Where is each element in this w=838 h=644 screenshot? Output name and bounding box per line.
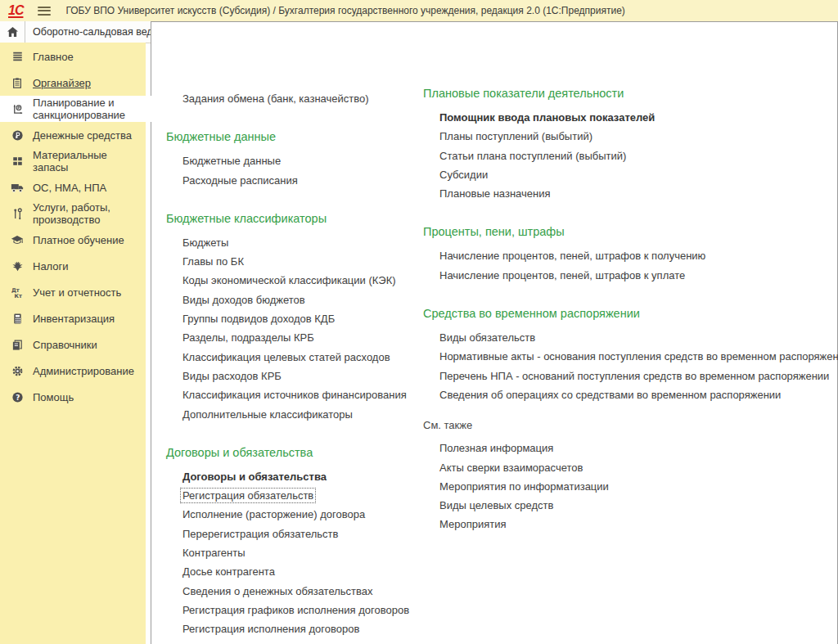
menu-item[interactable]: Виды расходов КРБ: [166, 367, 412, 385]
menu-column-right: Плановые показатели деятельностиПомощник…: [423, 22, 832, 534]
svg-text:?: ?: [16, 393, 20, 401]
sidebar-item-inventory[interactable]: Инвентаризация: [0, 305, 146, 331]
section-title: Плановые показатели деятельности: [423, 84, 832, 103]
sidebar-item-label: Платное обучение: [33, 234, 124, 246]
menu-section: Бюджетные классификаторыБюджетыГлавы по …: [166, 209, 412, 424]
sidebar-item-label: Материальные запасы: [33, 149, 141, 173]
planning-axes-icon: [10, 102, 25, 115]
menu-item[interactable]: Начисление процентов, пеней, штрафов к у…: [423, 266, 832, 285]
menu-item[interactable]: Договоры и обязательства: [166, 467, 412, 486]
menu-item[interactable]: Разделы, подразделы КРБ: [166, 328, 412, 347]
menu-item[interactable]: Виды обязательств: [423, 328, 832, 347]
menu-item[interactable]: Начисление процентов, пеней, штрафов к п…: [423, 246, 832, 265]
sidebar-item-services[interactable]: Услуги, работы, производство: [0, 200, 146, 227]
menu-section: См. такжеПолезная информацияАкты сверки …: [423, 416, 832, 534]
menu-section: Бюджетные данныеБюджетные данныеРасходны…: [166, 128, 412, 190]
sidebar-item-label: Инвентаризация: [33, 313, 115, 325]
sidebar-item-organizer[interactable]: Органайзер: [0, 70, 146, 96]
sidebar-item-os-nma-npa[interactable]: ОС, НМА, НПА: [0, 174, 146, 200]
sidebar-item-label: Помощь: [33, 391, 74, 403]
menu-item[interactable]: Коды экономической классификации (КЭК): [166, 271, 412, 290]
menu-item[interactable]: Полезная информация: [423, 439, 832, 457]
menu-item[interactable]: Сведения об операциях со средствами во в…: [423, 385, 832, 404]
tab-oborotno-saldovaya[interactable]: Оборотно-сальдовая вед: [25, 21, 153, 43]
menu-item[interactable]: Виды доходов бюджетов: [166, 290, 412, 309]
section-title: Средства во временном распоряжении: [423, 304, 832, 323]
menu-item[interactable]: Досье контрагента: [166, 562, 412, 581]
focused-menu-item[interactable]: Регистрация обязательств: [181, 489, 315, 502]
menu-item[interactable]: Исполнение (расторжение) договора: [166, 505, 412, 524]
menu-item[interactable]: Субсидии: [423, 165, 832, 184]
sidebar-item-help[interactable]: ?Помощь: [0, 384, 146, 410]
menu-item[interactable]: Расходные расписания: [166, 171, 412, 190]
sidebar-item-label: Услуги, работы, производство: [33, 201, 141, 226]
menu-item[interactable]: Планы поступлений (выбытий): [423, 127, 832, 146]
tools-icon: [10, 207, 25, 220]
menu-item[interactable]: Дополнительные классификаторы: [166, 405, 412, 424]
menu-section: Плановые показатели деятельностиПомощник…: [423, 84, 832, 203]
sidebar-item-label: ОС, НМА, НПА: [33, 182, 106, 194]
main-menu-hamburger-icon[interactable]: [38, 7, 51, 16]
menu-section: Договоры и обязательстваДоговоры и обяза…: [166, 444, 412, 639]
menu-item[interactable]: Регистрация обязательств: [166, 486, 412, 505]
books-icon: [10, 338, 25, 351]
sidebar-item-accounting[interactable]: ДтКтУчет и отчетность: [0, 279, 146, 305]
sidebar-item-label: Планирование и санкционирование: [33, 97, 162, 121]
window-title: ГОБУ ВПО Университет искусств (Субсидия)…: [65, 5, 624, 16]
menu-item[interactable]: Классификация целевых статей расходов: [166, 348, 412, 367]
menu-item[interactable]: Сведения о денежных обязательствах: [166, 582, 412, 601]
sidebar-item-label: Администрирование: [33, 365, 134, 377]
calculator-icon: [10, 312, 25, 325]
menu-item[interactable]: Группы подвидов доходов КДБ: [166, 309, 412, 328]
menu-item[interactable]: Нормативные акты - основания поступления…: [423, 347, 832, 366]
menu-item[interactable]: Статьи плана поступлений (выбытий): [423, 146, 832, 165]
dt-kt-icon: ДтКт: [10, 286, 25, 299]
home-button[interactable]: [0, 21, 25, 43]
section-title: См. также: [423, 416, 832, 435]
section-title: Бюджетные данные: [166, 128, 412, 146]
menu-item[interactable]: Контрагенты: [166, 543, 412, 562]
graduation-cap-icon: [10, 233, 25, 246]
menu-column-left: Задания обмена (банк, казначейство)Бюдже…: [166, 22, 412, 639]
menu-section: Проценты, пени, штрафыНачисление процент…: [423, 223, 832, 285]
menu-item[interactable]: Мероприятия по информатизации: [423, 477, 832, 496]
section-title: Бюджетные классификаторы: [166, 209, 412, 228]
menu-item[interactable]: Плановые назначения: [423, 184, 832, 203]
sidebar-item-paid-education[interactable]: Платное обучение: [0, 227, 146, 253]
sidebar-item-money[interactable]: Денежные средства: [0, 122, 146, 148]
menu-item[interactable]: Виды целевых средств: [423, 496, 832, 515]
menu-item[interactable]: Бюджетные данные: [166, 151, 412, 170]
menu-section: Задания обмена (банк, казначейство): [166, 89, 412, 108]
menu-item[interactable]: Классификация источников финансирования: [166, 385, 412, 404]
sidebar-item-label: Справочники: [33, 339, 97, 351]
section-title: Договоры и обязательства: [166, 444, 412, 462]
menu-item[interactable]: Главы по БК: [166, 252, 412, 271]
sidebar-item-label: Налоги: [33, 260, 69, 272]
sidebar-item-label: Учет и отчетность: [33, 286, 121, 299]
sidebar-item-taxes[interactable]: Налоги: [0, 253, 146, 279]
section-menu-panel: Задания обмена (банк, казначейство)Бюдже…: [151, 21, 838, 644]
menu-item[interactable]: Регистрация графиков исполнения договоро…: [166, 601, 412, 619]
ruble-circle-icon: [10, 128, 25, 142]
menu-item[interactable]: Мероприятия: [423, 515, 832, 534]
sidebar-item-label: Денежные средства: [33, 129, 132, 142]
gear-icon: [10, 364, 25, 377]
sidebar-item-materials[interactable]: Материальные запасы: [0, 148, 146, 174]
sidebar-item-administration[interactable]: Администрирование: [0, 358, 146, 384]
1c-logo-icon: 1С: [8, 4, 23, 17]
menu-item[interactable]: Бюджеты: [166, 233, 412, 252]
menu-item[interactable]: Регистрация исполнения договоров: [166, 619, 412, 638]
menu-item[interactable]: Задания обмена (банк, казначейство): [166, 89, 412, 108]
menu-item[interactable]: Перерегистрация обязательств: [166, 525, 412, 543]
sections-sidebar: ГлавноеОрганайзерПланирование и санкцион…: [0, 43, 146, 644]
sidebar-item-planning[interactable]: Планирование и санкционирование: [0, 96, 162, 122]
menu-item[interactable]: Перечень НПА - оснований поступления сре…: [423, 367, 832, 385]
section-title: Проценты, пени, штрафы: [423, 223, 832, 241]
menu-item[interactable]: Помощник ввода плановых показателей: [423, 108, 832, 127]
eagle-icon: [10, 259, 25, 272]
sidebar-item-main[interactable]: Главное: [0, 43, 146, 70]
window-title-bar: 1С ГОБУ ВПО Университет искусств (Субсид…: [0, 0, 838, 21]
sidebar-item-references[interactable]: Справочники: [0, 331, 146, 358]
menu-lines-icon: [10, 50, 25, 63]
menu-item[interactable]: Акты сверки взаиморасчетов: [423, 458, 832, 477]
